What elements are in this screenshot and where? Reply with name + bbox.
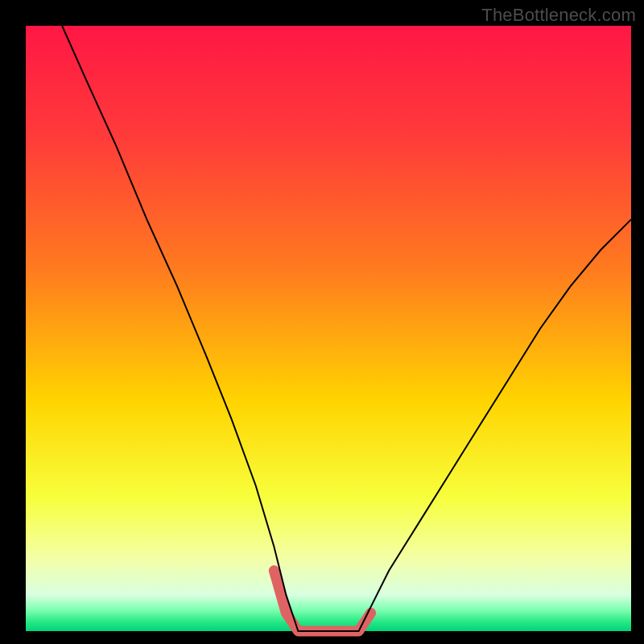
watermark-label: TheBottleneck.com [481,5,636,26]
chart-frame: TheBottleneck.com [0,0,644,644]
bottleneck-chart [0,0,644,644]
